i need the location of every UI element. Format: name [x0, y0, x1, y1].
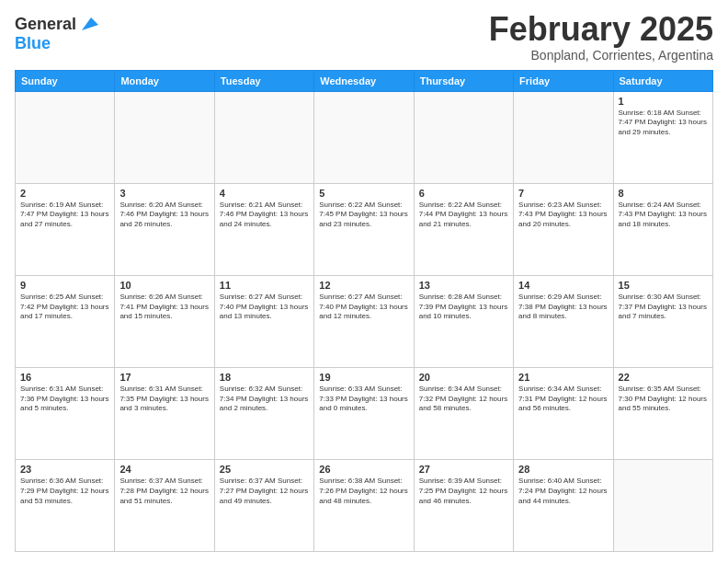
calendar-cell: 2Sunrise: 6:19 AM Sunset: 7:47 PM Daylig…: [16, 183, 115, 275]
calendar-cell: 6Sunrise: 6:22 AM Sunset: 7:44 PM Daylig…: [414, 183, 513, 275]
day-number: 18: [220, 372, 309, 383]
calendar-cell: 5Sunrise: 6:22 AM Sunset: 7:45 PM Daylig…: [314, 183, 414, 275]
day-info: Sunrise: 6:38 AM Sunset: 7:26 PM Dayligh…: [319, 477, 408, 506]
calendar-cell: 11Sunrise: 6:27 AM Sunset: 7:40 PM Dayli…: [214, 275, 313, 367]
day-number: 26: [319, 464, 408, 475]
header-wednesday: Wednesday: [314, 70, 414, 91]
day-number: 27: [419, 464, 508, 475]
calendar-cell: 7Sunrise: 6:23 AM Sunset: 7:43 PM Daylig…: [514, 183, 613, 275]
calendar-cell: 3Sunrise: 6:20 AM Sunset: 7:46 PM Daylig…: [115, 183, 214, 275]
day-info: Sunrise: 6:34 AM Sunset: 7:31 PM Dayligh…: [518, 385, 608, 414]
calendar-cell: 9Sunrise: 6:25 AM Sunset: 7:42 PM Daylig…: [16, 275, 115, 367]
calendar-cell: 1Sunrise: 6:18 AM Sunset: 7:47 PM Daylig…: [613, 91, 712, 183]
day-info: Sunrise: 6:30 AM Sunset: 7:37 PM Dayligh…: [619, 293, 708, 322]
calendar-subtitle: Bonpland, Corrientes, Argentina: [489, 48, 713, 63]
day-info: Sunrise: 6:34 AM Sunset: 7:32 PM Dayligh…: [419, 385, 508, 414]
calendar-cell: 13Sunrise: 6:28 AM Sunset: 7:39 PM Dayli…: [414, 275, 513, 367]
calendar-cell: 12Sunrise: 6:27 AM Sunset: 7:40 PM Dayli…: [314, 275, 414, 367]
calendar-cell: 22Sunrise: 6:35 AM Sunset: 7:30 PM Dayli…: [613, 367, 712, 459]
day-info: Sunrise: 6:28 AM Sunset: 7:39 PM Dayligh…: [419, 293, 508, 322]
day-number: 9: [20, 280, 109, 291]
day-number: 4: [220, 188, 309, 199]
day-info: Sunrise: 6:22 AM Sunset: 7:44 PM Dayligh…: [419, 201, 508, 230]
day-number: 20: [419, 372, 508, 383]
logo-general: General: [15, 15, 76, 34]
calendar-cell: 15Sunrise: 6:30 AM Sunset: 7:37 PM Dayli…: [613, 275, 712, 367]
day-number: 15: [619, 280, 708, 291]
day-number: 6: [419, 188, 508, 199]
day-number: 2: [20, 188, 109, 199]
calendar-cell: [115, 91, 214, 183]
header-tuesday: Tuesday: [214, 70, 313, 91]
calendar-cell: [314, 91, 414, 183]
day-info: Sunrise: 6:40 AM Sunset: 7:24 PM Dayligh…: [518, 477, 608, 506]
calendar-cell: 19Sunrise: 6:33 AM Sunset: 7:33 PM Dayli…: [314, 367, 414, 459]
day-number: 28: [518, 464, 608, 475]
header: General Blue February 2025 Bonpland, Cor…: [15, 11, 713, 63]
logo-icon: [78, 14, 98, 34]
day-number: 11: [220, 280, 309, 291]
header-sunday: Sunday: [16, 70, 115, 91]
day-info: Sunrise: 6:19 AM Sunset: 7:47 PM Dayligh…: [20, 201, 109, 230]
day-number: 1: [619, 96, 708, 107]
day-number: 13: [419, 280, 508, 291]
calendar-cell: 24Sunrise: 6:37 AM Sunset: 7:28 PM Dayli…: [115, 459, 214, 551]
calendar-cell: [514, 91, 613, 183]
day-info: Sunrise: 6:27 AM Sunset: 7:40 PM Dayligh…: [220, 293, 309, 322]
week-row-1: 2Sunrise: 6:19 AM Sunset: 7:47 PM Daylig…: [16, 183, 713, 275]
day-info: Sunrise: 6:37 AM Sunset: 7:28 PM Dayligh…: [119, 477, 209, 506]
calendar-cell: 26Sunrise: 6:38 AM Sunset: 7:26 PM Dayli…: [314, 459, 414, 551]
calendar-cell: [16, 91, 115, 183]
calendar-cell: 10Sunrise: 6:26 AM Sunset: 7:41 PM Dayli…: [115, 275, 214, 367]
day-number: 3: [119, 188, 209, 199]
logo-blue-text: Blue: [15, 34, 98, 53]
day-info: Sunrise: 6:39 AM Sunset: 7:25 PM Dayligh…: [419, 477, 508, 506]
day-number: 23: [20, 464, 109, 475]
day-info: Sunrise: 6:25 AM Sunset: 7:42 PM Dayligh…: [20, 293, 109, 322]
header-monday: Monday: [115, 70, 214, 91]
calendar-cell: [613, 459, 712, 551]
week-row-2: 9Sunrise: 6:25 AM Sunset: 7:42 PM Daylig…: [16, 275, 713, 367]
logo: General Blue: [15, 15, 98, 53]
day-info: Sunrise: 6:29 AM Sunset: 7:38 PM Dayligh…: [518, 293, 608, 322]
week-row-3: 16Sunrise: 6:31 AM Sunset: 7:36 PM Dayli…: [16, 367, 713, 459]
day-number: 5: [319, 188, 408, 199]
calendar-cell: 20Sunrise: 6:34 AM Sunset: 7:32 PM Dayli…: [414, 367, 513, 459]
calendar-cell: 14Sunrise: 6:29 AM Sunset: 7:38 PM Dayli…: [514, 275, 613, 367]
svg-marker-0: [82, 17, 98, 30]
day-number: 7: [518, 188, 608, 199]
day-number: 24: [119, 464, 209, 475]
day-info: Sunrise: 6:20 AM Sunset: 7:46 PM Dayligh…: [119, 201, 209, 230]
day-number: 25: [220, 464, 309, 475]
calendar-cell: 8Sunrise: 6:24 AM Sunset: 7:43 PM Daylig…: [613, 183, 712, 275]
day-info: Sunrise: 6:31 AM Sunset: 7:36 PM Dayligh…: [20, 385, 109, 414]
day-number: 21: [518, 372, 608, 383]
calendar-cell: 18Sunrise: 6:32 AM Sunset: 7:34 PM Dayli…: [214, 367, 313, 459]
day-info: Sunrise: 6:23 AM Sunset: 7:43 PM Dayligh…: [518, 201, 608, 230]
calendar-cell: 28Sunrise: 6:40 AM Sunset: 7:24 PM Dayli…: [514, 459, 613, 551]
day-info: Sunrise: 6:33 AM Sunset: 7:33 PM Dayligh…: [319, 385, 408, 414]
day-number: 22: [619, 372, 708, 383]
day-number: 14: [518, 280, 608, 291]
day-info: Sunrise: 6:37 AM Sunset: 7:27 PM Dayligh…: [220, 477, 309, 506]
day-number: 17: [119, 372, 209, 383]
calendar-cell: [214, 91, 313, 183]
day-info: Sunrise: 6:26 AM Sunset: 7:41 PM Dayligh…: [119, 293, 209, 322]
calendar-cell: 4Sunrise: 6:21 AM Sunset: 7:46 PM Daylig…: [214, 183, 313, 275]
title-block: February 2025 Bonpland, Corrientes, Arge…: [489, 11, 713, 63]
calendar-cell: 25Sunrise: 6:37 AM Sunset: 7:27 PM Dayli…: [214, 459, 313, 551]
day-number: 12: [319, 280, 408, 291]
day-number: 8: [619, 188, 708, 199]
day-info: Sunrise: 6:22 AM Sunset: 7:45 PM Dayligh…: [319, 201, 408, 230]
calendar-cell: 23Sunrise: 6:36 AM Sunset: 7:29 PM Dayli…: [16, 459, 115, 551]
calendar-header-row: SundayMondayTuesdayWednesdayThursdayFrid…: [16, 70, 713, 91]
calendar-title: February 2025: [489, 11, 713, 48]
calendar-cell: 16Sunrise: 6:31 AM Sunset: 7:36 PM Dayli…: [16, 367, 115, 459]
calendar-cell: 17Sunrise: 6:31 AM Sunset: 7:35 PM Dayli…: [115, 367, 214, 459]
day-info: Sunrise: 6:35 AM Sunset: 7:30 PM Dayligh…: [619, 385, 708, 414]
day-info: Sunrise: 6:27 AM Sunset: 7:40 PM Dayligh…: [319, 293, 408, 322]
calendar-table: SundayMondayTuesdayWednesdayThursdayFrid…: [15, 70, 713, 552]
calendar-cell: [414, 91, 513, 183]
header-friday: Friday: [514, 70, 613, 91]
calendar-cell: 21Sunrise: 6:34 AM Sunset: 7:31 PM Dayli…: [514, 367, 613, 459]
